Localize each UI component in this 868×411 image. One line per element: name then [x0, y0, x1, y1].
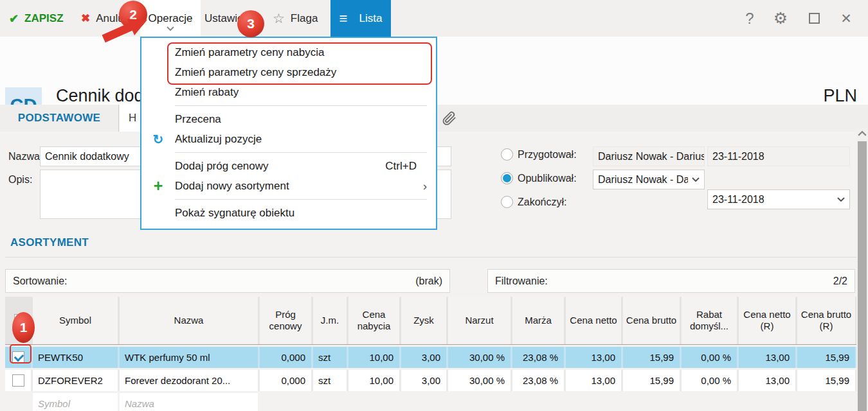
table-header-row: Symbol Nazwa Próg cenowy J.m. Cena nabyc…: [5, 297, 856, 345]
prepared-radio-row: Przygotował:: [501, 148, 577, 161]
table-row-dzforever2[interactable]: DZFOREVER2 Forever dezodorant 20... 0,00…: [5, 370, 856, 391]
cell-symbol: DZFOREVER2: [33, 370, 118, 391]
tab-podstawowe[interactable]: PODSTAWOWE: [0, 105, 119, 132]
menu-separator: [175, 105, 427, 106]
menu-item-dodaj-prog-cenowy[interactable]: Dodaj próg cenowy Ctrl+D: [141, 156, 436, 176]
published-radio[interactable]: [501, 172, 513, 184]
menu-separator: [175, 199, 427, 200]
new-name-input[interactable]: [120, 393, 258, 411]
cell-nazwa: WTK perfumy 50 ml: [120, 347, 258, 368]
menu-item-przecena[interactable]: Przecena: [141, 109, 436, 129]
window-settings-button[interactable]: ⚙: [768, 0, 793, 37]
scroll-up-icon[interactable]: [858, 130, 867, 137]
save-button[interactable]: ✔ ZAPISZ: [9, 0, 64, 37]
menu-item-aktualizuj-pozycje[interactable]: ↻ Aktualizuj pozycje: [141, 129, 436, 149]
menu-item-label: Aktualizuj pozycje: [175, 133, 262, 146]
cell-cena-brutto-r: 15,99: [797, 370, 855, 391]
help-button[interactable]: ?: [737, 0, 763, 37]
menu-item-pokaz-sygnature[interactable]: Pokaż sygnaturę obiektu: [141, 203, 436, 223]
flag-button[interactable]: ☆ Flaga: [273, 0, 318, 37]
menu-item-zmien-parametry-nabycia[interactable]: Zmień parametry ceny nabycia: [141, 42, 436, 62]
star-icon: ☆: [273, 11, 285, 26]
column-header[interactable]: Zysk: [401, 297, 446, 344]
close-button[interactable]: ✕: [833, 0, 859, 37]
finished-radio[interactable]: [501, 196, 513, 208]
save-label: ZAPISZ: [24, 12, 63, 25]
sorting-bar[interactable]: Sortowanie: (brak): [5, 269, 450, 293]
new-row-symbol-cell: [33, 393, 118, 411]
new-symbol-input[interactable]: [33, 393, 118, 411]
published-user-value: Dariusz Nowak - Dariusz N: [598, 174, 688, 186]
prepared-user-field: Dariusz Nowak - Dariusz Nowa: [593, 146, 705, 166]
check-icon: ✔: [9, 12, 19, 26]
cell-prog-cenowy: 0,000: [260, 347, 311, 368]
menu-item-dodaj-nowy-asortyment[interactable]: + Dodaj nowy asortyment ›: [141, 176, 436, 196]
published-date-dropdown[interactable]: 23-11-2018: [707, 189, 850, 209]
maximize-button[interactable]: [801, 0, 827, 37]
submenu-arrow-icon: ›: [423, 179, 427, 193]
published-user-dropdown[interactable]: Dariusz Nowak - Dariusz N: [593, 170, 705, 189]
dropdown-chevron-icon: [692, 177, 700, 182]
hamburger-icon: ≡: [339, 10, 348, 27]
menu-item-label: Pokaż sygnaturę obiektu: [175, 207, 294, 220]
cell-rabat: 0,00 %: [682, 370, 737, 391]
list-button[interactable]: ≡ Lista: [330, 0, 391, 37]
chevron-down-icon: [167, 26, 174, 31]
column-header[interactable]: Symbol: [33, 297, 118, 344]
new-row-checkbox-spacer: [5, 393, 31, 411]
menu-item-label: Zmień rabaty: [175, 86, 239, 99]
cell-prog-cenowy: 0,000: [260, 370, 311, 391]
currency-label: PLN: [823, 86, 857, 106]
close-icon: ✕: [840, 11, 852, 26]
operations-dropdown-menu: Zmień parametry ceny nabycia Zmień param…: [140, 37, 437, 230]
column-header[interactable]: Cena nabycia: [348, 297, 399, 344]
flag-label: Flaga: [291, 12, 318, 25]
cell-zysk: 3,00: [401, 370, 446, 391]
cell-cena-brutto: 15,99: [623, 370, 680, 391]
annotation-balloon-3: 3: [237, 10, 264, 37]
menu-item-label: Przecena: [175, 113, 221, 126]
table-row-pewtk50[interactable]: PEWTK50 WTK perfumy 50 ml 0,000 szt 10,0…: [5, 347, 856, 368]
menu-item-zmien-rabaty[interactable]: Zmień rabaty: [141, 82, 436, 102]
column-header[interactable]: Rabat domyśl...: [682, 297, 737, 344]
row-checkbox-cell: [5, 370, 31, 391]
menu-shortcut: Ctrl+D: [385, 160, 427, 173]
cell-cena-netto: 13,00: [566, 347, 621, 368]
row-checkbox-unchecked[interactable]: [12, 374, 24, 387]
prepared-radio[interactable]: [501, 148, 513, 161]
section-divider: [5, 257, 856, 258]
menu-separator: [175, 152, 427, 153]
cell-cena-netto-r: 13,00: [739, 347, 795, 368]
cell-marza: 23,08 %: [512, 347, 564, 368]
column-header[interactable]: Cena brutto: [623, 297, 680, 344]
menu-item-label: Zmień parametry ceny sprzedaży: [175, 66, 336, 79]
scrollbar-thumb[interactable]: [858, 141, 867, 411]
filtering-bar[interactable]: Filtrowanie: 2/2: [487, 269, 855, 293]
cell-symbol: PEWTK50: [33, 347, 118, 368]
cell-cena-nabycia: 10,00: [348, 347, 399, 368]
column-header[interactable]: Próg cenowy: [260, 297, 311, 344]
prepared-date-field: 23-11-2018: [707, 146, 850, 166]
sorting-value: (brak): [415, 275, 442, 287]
cell-cena-netto: 13,00: [566, 370, 621, 391]
description-field-label: Opis:: [8, 174, 32, 186]
column-header[interactable]: Cena netto: [566, 297, 621, 344]
cell-cena-nabycia: 10,00: [348, 370, 399, 391]
section-title-asortyment: ASORTYMENT: [10, 236, 89, 249]
cell-rabat: 0,00 %: [682, 347, 737, 368]
menu-item-zmien-parametry-sprzedazy[interactable]: Zmień parametry ceny sprzedaży: [141, 62, 436, 82]
prepared-label: Przygotował:: [518, 149, 577, 161]
column-header[interactable]: Cena netto (R): [739, 297, 795, 344]
column-header[interactable]: Narzut: [448, 297, 511, 344]
column-header[interactable]: Marża: [512, 297, 564, 344]
maximize-icon: [809, 13, 820, 24]
column-header[interactable]: Nazwa: [120, 297, 258, 344]
published-label: Opublikował:: [518, 173, 577, 184]
attachment-paperclip-icon[interactable]: [441, 109, 458, 127]
column-header[interactable]: J.m.: [313, 297, 347, 344]
cell-nazwa: Forever dezodorant 20...: [120, 370, 258, 391]
published-radio-row: Opublikował:: [501, 172, 577, 184]
new-row-name-cell: [120, 393, 258, 411]
column-header[interactable]: Cena brutto (R): [797, 297, 855, 344]
finished-radio-row: Zakończył:: [501, 196, 566, 208]
